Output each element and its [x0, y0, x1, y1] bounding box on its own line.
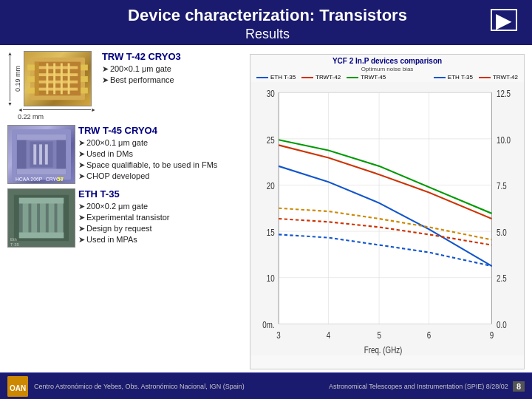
eth-t35-title: ETH T-35: [78, 188, 244, 200]
chart-container: YCF 2 In.P devices comparison Optimum no…: [250, 54, 525, 369]
svg-rect-25: [45, 144, 48, 164]
slide-header: Device characterization: Transistors Res…: [0, 0, 532, 45]
svg-text:7.5: 7.5: [497, 181, 507, 191]
svg-rect-9: [61, 64, 63, 95]
legend-trwt45-left: TRWT-45: [347, 74, 386, 81]
svg-rect-7: [46, 64, 48, 95]
svg-text:20: 20: [267, 181, 275, 191]
svg-rect-13: [27, 88, 35, 94]
trw-t45-title: TRW T-45 CRYO4: [78, 125, 244, 136]
svg-text:HCAA 206P: HCAA 206P: [16, 177, 43, 182]
svg-text:30: 30: [267, 89, 275, 98]
svg-rect-11: [27, 65, 35, 71]
sub-title: Results: [44, 27, 491, 42]
svg-text:Eth: Eth: [10, 237, 17, 242]
svg-rect-16: [81, 88, 88, 94]
svg-rect-35: [49, 200, 55, 236]
svg-rect-20: [17, 134, 66, 140]
trw-t45-text: TRW T-45 CRYO4 ➤ 200×0.1 μm gate ➤ Used …: [78, 125, 244, 183]
svg-rect-33: [31, 200, 37, 236]
chart-title: YCF 2 In.P devices comparison: [250, 55, 524, 66]
svg-rect-24: [39, 144, 42, 164]
chart-subtitle: Optimum noise bias: [250, 66, 524, 72]
chart-svg: 30 25 20 15 10 0m. 12.5 10.0 7.5 5.0 2.5…: [250, 82, 524, 355]
svg-rect-6: [35, 62, 39, 96]
footer-left-text: Centro Astronómico de Yebes, Obs. Astron…: [34, 383, 245, 390]
trw-t45-bullet-0: ➤ 200×0.1 μm gate: [78, 138, 244, 148]
svg-text:25: 25: [267, 134, 275, 144]
legend-trwt42-right: TRWT-42: [479, 74, 518, 81]
svg-rect-3: [38, 73, 78, 76]
bullet-arrow-icon: ➤: [78, 202, 85, 211]
bullet-arrow-icon: ➤: [78, 235, 85, 245]
svg-text:15: 15: [267, 228, 275, 237]
svg-text:2.5: 2.5: [497, 273, 507, 283]
svg-text:5.0: 5.0: [497, 228, 507, 237]
eth-t35-bullet-2: ➤ Design by request: [78, 224, 244, 233]
svg-text:9: 9: [490, 330, 494, 340]
svg-text:3: 3: [276, 330, 280, 340]
legend-eth35-right: ETH T-35: [434, 74, 473, 81]
eth-t35-section: Eth T-35 ETH T-35 ➤ 200×0.2 μm gate ➤ Ex…: [7, 188, 244, 248]
svg-rect-8: [53, 64, 55, 95]
svg-rect-21: [17, 169, 66, 175]
trw-t45-bullet-2: ➤ Space qualifiable, to be used in FMs: [78, 160, 244, 170]
trw-t42-bullet-1: ➤ Best performance: [102, 75, 244, 85]
dim-vertical-label: 0.19 mm: [14, 66, 21, 92]
trw-t42-title: TRW T-42 CRYO3: [102, 51, 244, 62]
svg-text:Freq. (GHz): Freq. (GHz): [364, 345, 403, 355]
svg-text:5: 5: [377, 330, 381, 340]
svg-rect-23: [33, 144, 36, 164]
eth-t35-bullet-3: ➤ Used in MPAs: [78, 235, 244, 245]
svg-rect-32: [23, 200, 29, 236]
bullet-arrow-icon: ➤: [78, 149, 85, 159]
bullet-arrow-icon: ➤: [78, 160, 85, 170]
trw-t42-bullet-0: ➤ 200×0.1 μm gate: [102, 64, 244, 74]
eth-t35-bullet-1: ➤ Experimental transistor: [78, 213, 244, 222]
svg-text:6: 6: [427, 330, 431, 340]
right-panel: YCF 2 In.P devices comparison Optimum no…: [250, 51, 525, 372]
eth-t35-bullet-0: ➤ 200×0.2 μm gate: [78, 202, 244, 211]
presentation-slide: Device characterization: Transistors Res…: [0, 0, 532, 399]
dim-horizontal-label: 0.22 mm: [18, 113, 44, 120]
footer-logo: OAN: [7, 376, 28, 397]
svg-text:57: 57: [57, 176, 64, 183]
svg-rect-15: [81, 76, 88, 82]
svg-rect-5: [38, 88, 78, 91]
next-slide-button[interactable]: ▶: [491, 9, 517, 31]
svg-rect-2: [38, 66, 78, 69]
svg-text:12.5: 12.5: [497, 89, 511, 98]
footer-left: OAN Centro Astronómico de Yebes, Obs. As…: [7, 376, 245, 397]
svg-text:OAN: OAN: [10, 384, 26, 392]
svg-text:10.0: 10.0: [497, 134, 511, 144]
main-title: Device characterization: Transistors: [44, 6, 491, 25]
svg-text:4: 4: [327, 330, 330, 340]
svg-rect-12: [27, 76, 35, 82]
trw-t42-image: [24, 51, 92, 106]
trw-t42-text: TRW T-42 CRYO3 ➤ 200×0.1 μm gate ➤ Best …: [102, 51, 244, 86]
svg-rect-10: [68, 64, 70, 95]
svg-text:0m.: 0m.: [262, 320, 274, 330]
svg-rect-4: [38, 81, 78, 83]
bullet-arrow-icon: ➤: [78, 213, 85, 222]
title-block: Device characterization: Transistors Res…: [44, 6, 491, 42]
bullet-arrow-icon: ➤: [78, 224, 85, 233]
svg-text:T-35: T-35: [10, 242, 19, 247]
legend-eth35-left: ETH T-35: [256, 74, 296, 81]
left-panel: ▲ ▼ 0.19 mm: [7, 51, 244, 372]
trw-t42-section: ▲ ▼ 0.19 mm: [7, 51, 244, 120]
svg-rect-36: [57, 200, 63, 236]
slide-footer: OAN Centro Astronómico de Yebes, Obs. As…: [0, 372, 532, 399]
svg-text:10: 10: [267, 273, 275, 283]
bullet-arrow-icon: ➤: [102, 75, 109, 85]
bullet-arrow-icon: ➤: [78, 171, 85, 181]
eth-t35-text: ETH T-35 ➤ 200×0.2 μm gate ➤ Experimenta…: [78, 188, 244, 246]
page-number: 8: [513, 381, 525, 392]
eth-t35-image: Eth T-35: [7, 188, 75, 248]
footer-right-text: Astronomical Telescopes and Instrumentat…: [329, 383, 508, 390]
trw-t45-section: HCAA 206P CRYO4 57 TRW T-45 CRYO4 ➤ 200×…: [7, 125, 244, 184]
svg-rect-34: [40, 200, 46, 236]
legend-trwt42-left: TRWT-42: [301, 74, 341, 81]
svg-rect-38: [19, 233, 64, 239]
svg-text:0.0: 0.0: [497, 320, 507, 330]
